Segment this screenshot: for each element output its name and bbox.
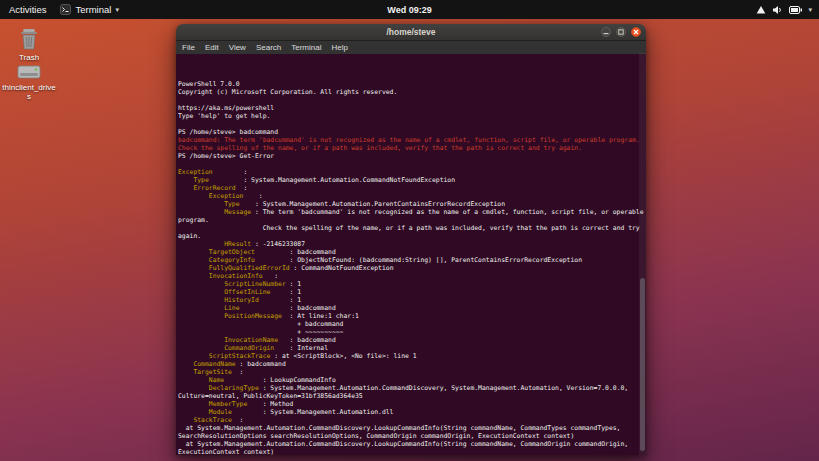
menu-item-edit[interactable]: Edit bbox=[205, 43, 219, 52]
terminal-line: badcommand: The term 'badcommand' is not… bbox=[178, 136, 644, 144]
terminal-line: Name : LookupCommandInfo bbox=[178, 376, 644, 384]
window-title: /home/steve bbox=[386, 27, 435, 37]
activities-button[interactable]: Activities bbox=[9, 4, 46, 15]
terminal-line: Module : System.Management.Automation.dl… bbox=[178, 408, 644, 416]
app-menu-terminal[interactable]: Terminal ▾ bbox=[60, 4, 118, 15]
desktop-icon-thinclient-drives[interactable]: thinclient_drives bbox=[2, 63, 56, 101]
terminal-line: StackTrace : bbox=[178, 416, 644, 424]
terminal-line: Line : badcommand bbox=[178, 304, 644, 312]
app-menu-label: Terminal bbox=[75, 4, 111, 15]
menu-item-file[interactable]: File bbox=[182, 43, 195, 52]
terminal-scrollbar[interactable] bbox=[639, 53, 646, 455]
terminal-output[interactable]: PowerShell 7.0.0Copyright (c) Microsoft … bbox=[176, 54, 646, 455]
terminal-line: Exception : bbox=[178, 192, 644, 200]
volume-icon bbox=[772, 5, 783, 15]
terminal-line: HistoryId : 1 bbox=[178, 296, 644, 304]
scrollbar-handle[interactable] bbox=[640, 278, 645, 451]
clock[interactable]: Wed 09:29 bbox=[387, 5, 431, 15]
terminal-line: Type : System.Management.Automation.Comm… bbox=[178, 176, 644, 184]
terminal-line bbox=[178, 160, 644, 168]
terminal-line: ScriptStackTrace : at <ScriptBlock>, <No… bbox=[178, 352, 644, 360]
terminal-line: CommandOrigin : Internal bbox=[178, 344, 644, 352]
terminal-line bbox=[178, 120, 644, 128]
desktop-icon-trash[interactable]: Trash bbox=[2, 27, 56, 62]
desktop-screen: Activities Terminal ▾ Wed 09:29 ▾ bbox=[0, 0, 819, 461]
terminal-line: MemberType : Method bbox=[178, 400, 644, 408]
terminal-line: + ~~~~~~~~~~ bbox=[178, 328, 644, 336]
terminal-line: FullyQualifiedErrorId : CommandNotFoundE… bbox=[178, 264, 644, 272]
terminal-line: Message : The term 'badcommand' is not r… bbox=[178, 208, 644, 224]
terminal-line: PowerShell 7.0.0 bbox=[178, 80, 644, 88]
terminal-line: Type 'help' to get help. bbox=[178, 112, 644, 120]
terminal-line: Type : System.Management.Automation.Pare… bbox=[178, 200, 644, 208]
terminal-line bbox=[178, 96, 644, 104]
terminal-line: Exception : bbox=[178, 168, 644, 176]
terminal-line: TargetObject : badcommand bbox=[178, 248, 644, 256]
terminal-line: PS /home/steve> badcommand bbox=[178, 128, 644, 136]
system-status-area[interactable]: ▾ bbox=[756, 0, 812, 19]
terminal-line: CommandName : badcommand bbox=[178, 360, 644, 368]
terminal-app-icon bbox=[60, 4, 71, 15]
terminal-line: Copyright (c) Microsoft Corporation. All… bbox=[178, 88, 644, 96]
terminal-line: HResult : -2146233087 bbox=[178, 240, 644, 248]
terminal-line: ErrorRecord : bbox=[178, 184, 644, 192]
caret-down-icon: ▾ bbox=[808, 6, 812, 13]
terminal-line: Check the spelling of the name, or if a … bbox=[178, 144, 644, 152]
terminal-line: OffsetInLine : 1 bbox=[178, 288, 644, 296]
terminal-line: PS /home/steve> Get-Error bbox=[178, 152, 644, 160]
terminal-line: CategoryInfo : ObjectNotFound: (badcomma… bbox=[178, 256, 644, 264]
caret-down-icon: ▾ bbox=[115, 6, 119, 13]
window-controls bbox=[601, 27, 641, 37]
top-bar: Activities Terminal ▾ Wed 09:29 ▾ bbox=[0, 0, 819, 19]
close-button[interactable] bbox=[631, 27, 641, 37]
terminal-line: InvocationInfo : bbox=[178, 272, 644, 280]
terminal-line: TargetSite : bbox=[178, 368, 644, 376]
terminal-line: at System.Management.Automation.CommandD… bbox=[178, 424, 644, 440]
minimize-button[interactable] bbox=[601, 27, 611, 37]
desktop-icon-label: Trash bbox=[19, 53, 39, 62]
network-icon bbox=[756, 5, 766, 15]
terminal-line: + badcommand bbox=[178, 320, 644, 328]
drive-icon bbox=[2, 63, 56, 81]
terminal-line: https://aka.ms/powershell bbox=[178, 104, 644, 112]
terminal-line: DeclaringType : System.Management.Automa… bbox=[178, 384, 644, 400]
maximize-button[interactable] bbox=[616, 27, 626, 37]
window-titlebar[interactable]: /home/steve bbox=[176, 24, 646, 41]
power-icon bbox=[789, 6, 802, 14]
terminal-window: /home/steve FileEditViewSearchTerminalHe… bbox=[176, 24, 646, 455]
terminal-line: at System.Management.Automation.CommandD… bbox=[178, 440, 644, 455]
menu-item-terminal[interactable]: Terminal bbox=[291, 43, 321, 52]
menu-item-view[interactable]: View bbox=[229, 43, 246, 52]
terminal-line: InvocationName : badcommand bbox=[178, 336, 644, 344]
menu-bar: FileEditViewSearchTerminalHelp bbox=[176, 41, 646, 54]
terminal-line: PositionMessage : At line:1 char:1 bbox=[178, 312, 644, 320]
desktop-icon-label: thinclient_drives bbox=[2, 83, 55, 101]
terminal-line: ScriptLineNumber : 1 bbox=[178, 280, 644, 288]
terminal-line: Check the spelling of the name, or if a … bbox=[178, 224, 644, 240]
trash-icon bbox=[2, 27, 56, 51]
menu-item-help[interactable]: Help bbox=[331, 43, 347, 52]
menu-item-search[interactable]: Search bbox=[256, 43, 281, 52]
